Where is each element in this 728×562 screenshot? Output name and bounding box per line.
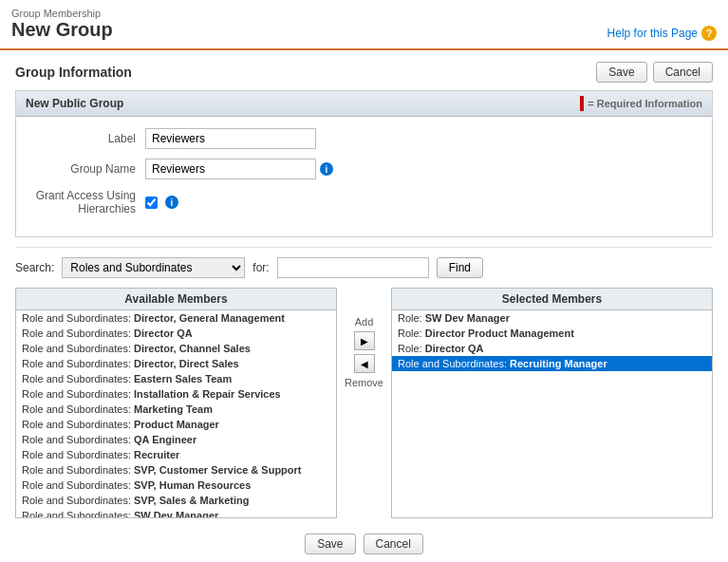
top-btn-group: Save Cancel bbox=[596, 62, 713, 83]
selected-members-header: Selected Members bbox=[391, 288, 713, 309]
list-item[interactable]: Role and Subordinates: Installation & Re… bbox=[16, 386, 336, 402]
available-members-header: Available Members bbox=[15, 288, 337, 309]
list-item[interactable]: Role and Subordinates: Director QA bbox=[16, 326, 336, 341]
list-item[interactable]: Role and Subordinates: Marketing Team bbox=[16, 402, 336, 417]
search-row: Search: Roles and Subordinates Roles Use… bbox=[15, 257, 713, 278]
search-for-label: for: bbox=[252, 261, 269, 274]
add-button[interactable]: ▶ bbox=[354, 331, 375, 350]
list-item[interactable]: Role and Subordinates: QA Engineer bbox=[16, 432, 336, 447]
group-name-row: Group Name i bbox=[31, 159, 697, 179]
grant-access-checkbox[interactable] bbox=[145, 197, 158, 209]
form-panel: New Public Group = Required Information … bbox=[15, 90, 713, 237]
add-remove-column: Add ▶ ◀ Remove bbox=[337, 316, 391, 388]
divider bbox=[15, 247, 713, 248]
label-input[interactable] bbox=[145, 128, 316, 149]
required-legend: = Required Information bbox=[580, 96, 702, 111]
search-label: Search: bbox=[15, 261, 54, 274]
form-body: Label Group Name i Grant Access Using Hi… bbox=[16, 117, 712, 236]
available-members-panel: Available Members Role and Subordinates:… bbox=[15, 288, 337, 518]
required-bar bbox=[580, 96, 584, 111]
section-title: Group Information bbox=[15, 65, 132, 80]
available-members-list[interactable]: Role and Subordinates: Director, General… bbox=[15, 309, 337, 518]
form-panel-title: New Public Group bbox=[26, 97, 123, 110]
list-item[interactable]: Role and Subordinates: Director, Direct … bbox=[16, 356, 336, 371]
page-title: New Group bbox=[11, 19, 113, 41]
grant-access-label: Grant Access Using Hierarchies bbox=[31, 189, 145, 215]
list-item[interactable]: Role and Subordinates: SVP, Sales & Mark… bbox=[16, 493, 336, 508]
list-item[interactable]: Role and Subordinates: Director, General… bbox=[16, 310, 336, 326]
bottom-cancel-button[interactable]: Cancel bbox=[364, 534, 423, 554]
selected-members-list[interactable]: Role: SW Dev ManagerRole: Director Produ… bbox=[391, 309, 713, 518]
group-name-label: Group Name bbox=[31, 162, 145, 176]
list-item[interactable]: Role and Subordinates: Director, Channel… bbox=[16, 341, 336, 356]
list-item[interactable]: Role and Subordinates: SVP, Human Resour… bbox=[16, 478, 336, 493]
grant-access-info-icon[interactable]: i bbox=[165, 196, 178, 209]
label-row: Label bbox=[31, 128, 697, 149]
list-item[interactable]: Role and Subordinates: SVP, Customer Ser… bbox=[16, 462, 336, 478]
grant-access-row: Grant Access Using Hierarchies i bbox=[31, 189, 697, 215]
list-item[interactable]: Role and Subordinates: Recruiting Manage… bbox=[392, 356, 712, 371]
form-panel-header: New Public Group = Required Information bbox=[16, 91, 712, 117]
list-item[interactable]: Role and Subordinates: SW Dev Manager bbox=[16, 508, 336, 518]
list-item[interactable]: Role: Director Product Management bbox=[392, 326, 712, 341]
breadcrumb: Group Membership bbox=[11, 8, 113, 19]
search-for-input[interactable] bbox=[277, 257, 429, 278]
remove-button[interactable]: ◀ bbox=[354, 354, 375, 373]
breadcrumb-group: Group Membership New Group bbox=[11, 8, 113, 41]
help-icon: ? bbox=[701, 26, 717, 41]
bottom-buttons: Save Cancel bbox=[15, 534, 713, 554]
list-item[interactable]: Role and Subordinates: Eastern Sales Tea… bbox=[16, 371, 336, 386]
help-link[interactable]: Help for this Page ? bbox=[607, 26, 717, 41]
grant-access-checkbox-area: i bbox=[145, 196, 178, 209]
page-header: Group Membership New Group Help for this… bbox=[0, 0, 728, 50]
selected-members-panel: Selected Members Role: SW Dev ManagerRol… bbox=[391, 288, 713, 518]
find-button[interactable]: Find bbox=[437, 257, 483, 278]
help-link-text: Help for this Page bbox=[607, 27, 698, 40]
members-container: Available Members Role and Subordinates:… bbox=[15, 288, 713, 518]
list-item[interactable]: Role: Director QA bbox=[392, 341, 712, 356]
group-name-input[interactable] bbox=[145, 159, 316, 179]
remove-label: Remove bbox=[345, 377, 383, 388]
bottom-save-button[interactable]: Save bbox=[305, 534, 355, 554]
top-save-button[interactable]: Save bbox=[596, 62, 646, 83]
label-field-label: Label bbox=[31, 132, 145, 145]
main-content: Group Information Save Cancel New Public… bbox=[0, 50, 728, 562]
group-name-info-icon[interactable]: i bbox=[320, 162, 333, 176]
add-label: Add bbox=[355, 316, 374, 328]
search-select[interactable]: Roles and Subordinates Roles Users Queue… bbox=[62, 257, 245, 278]
required-text: = Required Information bbox=[588, 98, 702, 109]
list-item[interactable]: Role and Subordinates: Recruiter bbox=[16, 447, 336, 462]
section-header-row: Group Information Save Cancel bbox=[15, 62, 713, 83]
list-item[interactable]: Role: SW Dev Manager bbox=[392, 310, 712, 326]
list-item[interactable]: Role and Subordinates: Product Manager bbox=[16, 417, 336, 432]
top-cancel-button[interactable]: Cancel bbox=[653, 62, 713, 83]
